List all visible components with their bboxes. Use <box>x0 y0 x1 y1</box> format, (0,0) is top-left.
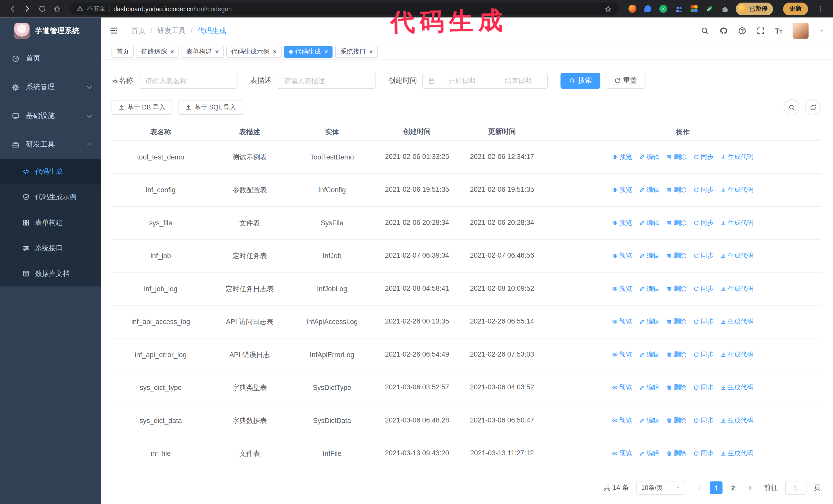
extension-fox-icon[interactable] <box>628 4 637 14</box>
table-name-input[interactable] <box>138 73 237 89</box>
sync-link[interactable]: 同步 <box>693 218 714 227</box>
generate-code-link[interactable]: 生成代码 <box>720 284 754 293</box>
edit-link[interactable]: 编辑 <box>639 284 659 293</box>
delete-link[interactable]: 删除 <box>666 185 686 194</box>
toggle-search-button[interactable] <box>784 99 800 115</box>
extensions-puzzle-icon[interactable] <box>720 4 730 14</box>
preview-link[interactable]: 预览 <box>612 185 632 194</box>
breadcrumb-dev-tools[interactable]: 研发工具 <box>157 26 186 35</box>
browser-reload-icon[interactable] <box>35 2 49 15</box>
preview-link[interactable]: 预览 <box>612 416 632 425</box>
table-desc-input[interactable] <box>277 73 376 89</box>
import-from-sql-button[interactable]: 基于 SQL 导入 <box>178 100 243 115</box>
sidebar-item-codegen-example[interactable]: 代码生成示例 <box>0 184 101 210</box>
not-secure-warning-icon[interactable] <box>76 5 83 12</box>
page-number-1[interactable]: 1 <box>710 481 722 494</box>
sidebar-item-home[interactable]: 首页 <box>0 44 101 73</box>
import-from-db-button[interactable]: 基于 DB 导入 <box>112 100 172 115</box>
sidebar-item-dev-tools[interactable]: 研发工具 <box>0 130 101 159</box>
generate-code-link[interactable]: 生成代码 <box>720 152 754 162</box>
user-avatar[interactable] <box>792 23 808 39</box>
reset-button[interactable]: 重置 <box>606 73 645 89</box>
sidebar-item-form-builder[interactable]: 表单构建 <box>0 210 101 235</box>
start-date-placeholder[interactable]: 开始日期 <box>438 76 486 85</box>
extension-green-check-icon[interactable] <box>659 4 668 14</box>
edit-link[interactable]: 编辑 <box>639 383 659 392</box>
browser-forward-icon[interactable] <box>20 2 34 15</box>
extension-blue-icon[interactable] <box>643 4 652 14</box>
preview-link[interactable]: 预览 <box>612 317 632 326</box>
page-number-2[interactable]: 2 <box>727 481 739 494</box>
extension-colorful-grid-icon[interactable] <box>689 4 699 14</box>
sync-link[interactable]: 同步 <box>693 350 714 359</box>
delete-link[interactable]: 删除 <box>666 152 686 162</box>
sidebar-item-system-management[interactable]: 系统管理 <box>0 73 101 101</box>
fullscreen-icon[interactable] <box>756 26 765 35</box>
sync-link[interactable]: 同步 <box>693 383 714 392</box>
sync-link[interactable]: 同步 <box>693 152 714 162</box>
sync-link[interactable]: 同步 <box>693 416 714 425</box>
edit-link[interactable]: 编辑 <box>639 251 659 260</box>
font-size-icon[interactable] <box>775 26 783 35</box>
sidebar-item-db-docs[interactable]: 数据库文档 <box>0 261 101 286</box>
github-icon[interactable] <box>719 26 728 35</box>
preview-link[interactable]: 预览 <box>612 284 632 293</box>
edit-link[interactable]: 编辑 <box>639 350 659 359</box>
delete-link[interactable]: 删除 <box>666 383 686 392</box>
generate-code-link[interactable]: 生成代码 <box>720 251 754 260</box>
delete-link[interactable]: 删除 <box>666 416 686 425</box>
generate-code-link[interactable]: 生成代码 <box>720 350 754 359</box>
delete-link[interactable]: 删除 <box>666 317 686 326</box>
edit-link[interactable]: 编辑 <box>639 218 659 227</box>
delete-link[interactable]: 删除 <box>666 449 686 458</box>
generate-code-link[interactable]: 生成代码 <box>720 185 754 194</box>
delete-link[interactable]: 删除 <box>666 251 686 260</box>
search-icon[interactable] <box>700 26 709 35</box>
page-size-select[interactable]: 10条/页 <box>636 481 685 495</box>
refresh-table-button[interactable] <box>805 99 821 115</box>
end-date-placeholder[interactable]: 结束日期 <box>494 76 542 85</box>
generate-code-link[interactable]: 生成代码 <box>720 317 754 326</box>
close-icon[interactable] <box>324 48 328 55</box>
preview-link[interactable]: 预览 <box>612 449 632 458</box>
generate-code-link[interactable]: 生成代码 <box>720 449 754 458</box>
breadcrumb-home[interactable]: 首页 <box>131 26 146 35</box>
delete-link[interactable]: 删除 <box>666 350 686 359</box>
sync-link[interactable]: 同步 <box>693 251 714 260</box>
edit-link[interactable]: 编辑 <box>639 152 659 162</box>
address-bar[interactable]: 不安全 dashboard.yudao.iocoder.cn/tool/code… <box>70 3 618 15</box>
prev-page-button[interactable] <box>693 481 706 494</box>
close-icon[interactable] <box>273 48 277 55</box>
close-icon[interactable] <box>369 48 373 55</box>
sidebar-toggle-icon[interactable] <box>110 26 118 35</box>
generate-code-link[interactable]: 生成代码 <box>720 416 754 425</box>
tab[interactable]: 链路追踪 <box>137 46 179 58</box>
edit-link[interactable]: 编辑 <box>639 317 659 326</box>
tab[interactable]: 代码生成 <box>284 46 333 58</box>
sidebar-item-infrastructure[interactable]: 基础设施 <box>0 101 101 130</box>
delete-link[interactable]: 删除 <box>666 284 686 293</box>
close-icon[interactable] <box>215 48 219 55</box>
extension-people-icon[interactable] <box>674 4 683 14</box>
tab[interactable]: 表单构建 <box>182 46 224 58</box>
goto-page-input[interactable] <box>785 481 806 495</box>
create-time-range-picker[interactable]: 开始日期 - 结束日期 <box>422 73 548 89</box>
tab[interactable]: 系统接口 <box>335 46 378 58</box>
preview-link[interactable]: 预览 <box>612 350 632 359</box>
sync-link[interactable]: 同步 <box>693 449 714 458</box>
close-icon[interactable] <box>170 48 174 55</box>
delete-link[interactable]: 删除 <box>666 218 686 227</box>
edit-link[interactable]: 编辑 <box>639 185 659 194</box>
next-page-button[interactable] <box>744 481 757 494</box>
help-icon[interactable] <box>738 26 746 35</box>
generate-code-link[interactable]: 生成代码 <box>720 218 754 227</box>
edit-link[interactable]: 编辑 <box>639 449 659 458</box>
browser-home-icon[interactable] <box>50 2 64 15</box>
browser-back-icon[interactable] <box>5 2 19 15</box>
profile-paused-badge[interactable]: 已暂停 <box>736 2 773 15</box>
preview-link[interactable]: 预览 <box>612 152 632 162</box>
generate-code-link[interactable]: 生成代码 <box>720 383 754 392</box>
chevron-down-icon[interactable] <box>819 28 825 33</box>
bookmark-star-icon[interactable] <box>604 5 612 13</box>
app-logo[interactable]: 芋道管理系统 <box>0 18 101 44</box>
